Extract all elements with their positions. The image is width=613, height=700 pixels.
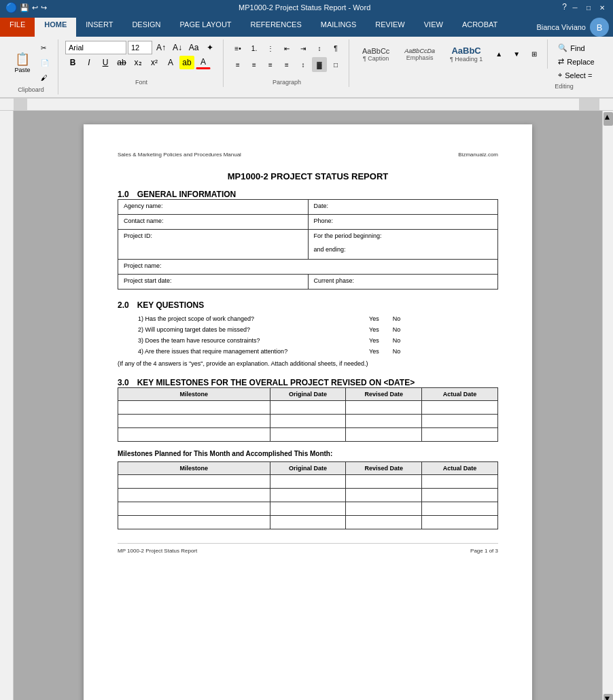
replace-icon: ⇄ [558,57,564,66]
font-controls: A↑ A↓ Aa ✦ B I U ab x₂ x² A ab A [65,41,217,69]
question-3-no: No [393,337,401,344]
font-shrink-button[interactable]: A↓ [170,41,185,54]
copy-button[interactable]: 📄 [37,56,52,69]
styles-scroll-down[interactable]: ▼ [509,47,524,62]
style-caption-preview: AaBbCc [362,47,389,55]
style-heading1[interactable]: AaBbC ¶ Heading 1 [444,42,489,66]
numbering-button[interactable]: 1. [247,41,262,56]
question-2-text: 2) Will upcoming target dates be missed? [138,326,355,333]
minimize-button[interactable]: ─ [570,2,580,13]
date-label: Date: [308,200,498,215]
align-center-button[interactable]: ≡ [247,57,262,72]
question-1-text: 1) Has the project scope of work changed… [138,315,355,322]
italic-button[interactable]: I [82,56,97,69]
show-formatting-button[interactable]: ¶ [328,41,343,56]
milestones-planned-table: Milestone Original Date Revised Date Act… [118,461,498,529]
find-button[interactable]: 🔍 Find [555,42,597,54]
tab-file[interactable]: FILE [0,18,35,37]
styles-expand[interactable]: ⊞ [527,47,542,62]
maximize-button[interactable]: □ [583,2,594,13]
window-title: MP1000-2 Project Status Report - Word [47,3,562,12]
planned-actual-date-header: Actual Date [422,462,498,475]
scroll-area[interactable]: Sales & Marketing Policies and Procedure… [14,111,602,700]
align-left-button[interactable]: ≡ [230,57,245,72]
page-header: Sales & Marketing Policies and Procedure… [118,152,498,158]
project-name-label: Project name: [118,260,498,275]
save-icon[interactable]: 💾 [20,3,29,12]
font-color-button[interactable]: A [196,56,211,69]
question-4-text: 4) Are there issues that require managem… [138,348,355,355]
milestones-header-row: Milestone Original Date Revised Date Act… [118,388,498,401]
font-name-input[interactable] [65,41,126,54]
tab-view[interactable]: VIEW [415,18,453,37]
border-button[interactable]: □ [328,57,343,72]
table-row [118,516,498,529]
paste-button[interactable]: 📋 Paste [10,46,35,80]
superscript-button[interactable]: x² [147,56,162,69]
font-format-row: B I U ab x₂ x² A ab A [65,56,217,69]
tab-references[interactable]: REFERENCES [241,18,311,37]
style-caption[interactable]: AaBbCc ¶ Caption [356,43,396,65]
cut-button[interactable]: ✂ [37,41,52,54]
font-grow-button[interactable]: A↑ [154,41,169,54]
agency-name-label: Agency name: [118,200,309,215]
highlight-button[interactable]: ab [179,56,194,69]
tab-review[interactable]: REVIEW [366,18,414,37]
question-row-1: 1) Has the project scope of work changed… [138,315,498,322]
left-ruler [0,111,14,700]
bullets-button[interactable]: ≡• [230,41,245,56]
footer-right: Page 1 of 3 [470,548,498,554]
section2-number: 2.0 [118,300,129,310]
document-area: Sales & Marketing Policies and Procedure… [0,111,613,700]
style-caption-label: ¶ Caption [363,55,389,62]
font-size-input[interactable] [128,41,152,54]
justify-button[interactable]: ≡ [279,57,294,72]
align-right-button[interactable]: ≡ [263,57,278,72]
styles-scroll-up[interactable]: ▲ [491,47,506,62]
increase-indent-button[interactable]: ⇥ [296,41,311,56]
section1-title: GENERAL INFORMATION [137,190,237,199]
format-painter-button[interactable]: 🖌 [37,71,52,84]
undo-icon[interactable]: ↩ [32,3,38,12]
tab-mailings[interactable]: MAILINGS [311,18,366,37]
user-name: Bianca Viviano [536,23,586,31]
strikethrough-button[interactable]: ab [114,56,129,69]
tab-insert[interactable]: INSERT [76,18,122,37]
scroll-up-arrow[interactable]: ▲ [603,112,613,126]
text-effect-button[interactable]: A [163,56,178,69]
editing-label: Editing [555,83,597,90]
section1-number: 1.0 [118,190,129,199]
clipboard-buttons: 📋 Paste ✂ 📄 🖌 [10,41,52,84]
decrease-indent-button[interactable]: ⇤ [279,41,294,56]
select-button[interactable]: ⌖ Select = [555,69,597,81]
para-row1: ≡• 1. ⋮ ⇤ ⇥ ↕ ¶ [230,41,343,56]
shading-button[interactable]: ▓ [312,57,327,72]
header-right: Bizmanualz.com [458,152,498,158]
tab-home[interactable]: HOME [35,18,76,37]
right-scrollbar[interactable]: ▲ ▼ [602,111,613,700]
clear-format-button[interactable]: ✦ [203,41,217,54]
style-heading1-preview: AaBbC [451,46,480,56]
line-spacing-button[interactable]: ↕ [296,57,311,72]
ribbon: FILE HOME INSERT DESIGN PAGE LAYOUT REFE… [0,15,613,99]
underline-button[interactable]: U [98,56,113,69]
help-btn[interactable]: ? [562,2,567,13]
redo-icon[interactable]: ↪ [41,3,47,12]
replace-button[interactable]: ⇄ Replace [555,56,597,67]
font-case-button[interactable]: Aa [186,41,201,54]
scroll-down-arrow[interactable]: ▼ [603,694,613,700]
bold-button[interactable]: B [65,56,80,69]
user-avatar: B [590,18,609,37]
user-area: Bianca Viviano B [536,18,613,37]
style-emphasis[interactable]: AaBbCcDa Emphasis [398,44,441,65]
close-button[interactable]: ✕ [597,2,608,13]
tab-design[interactable]: DESIGN [122,18,170,37]
subscript-button[interactable]: x₂ [130,56,145,69]
sort-button[interactable]: ↕ [312,41,327,56]
tab-acrobat[interactable]: ACROBAT [453,18,507,37]
app-icons: 🔵 💾 ↩ ↪ [5,2,47,13]
tab-page-layout[interactable]: PAGE LAYOUT [171,18,241,37]
paste-icon: 📋 [15,52,30,67]
project-id-label: Project ID: [118,230,309,260]
multilevel-button[interactable]: ⋮ [263,41,278,56]
